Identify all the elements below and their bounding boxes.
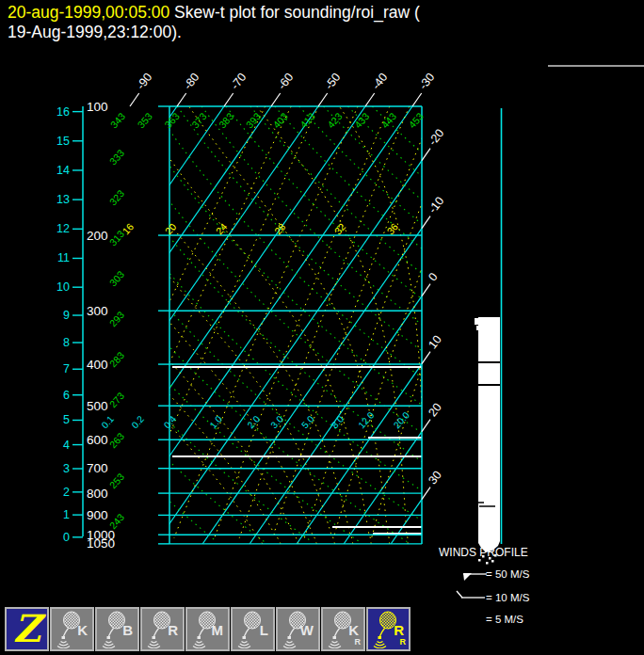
svg-text:30: 30: [426, 469, 444, 487]
svg-text:1.0: 1.0: [208, 413, 225, 430]
station-letter-subscript: R: [400, 637, 407, 647]
svg-text:8.0: 8.0: [330, 413, 346, 430]
svg-text:7: 7: [63, 362, 70, 375]
title-text: Skew-t plot for sounding/roi_raw (: [169, 3, 420, 22]
skewt-plot-canvas: 1002003004005006007008009001000105016151…: [0, 0, 644, 602]
wind-profile-column: [475, 66, 644, 565]
wind-barb-legend-icons: [457, 573, 487, 602]
svg-text:0: 0: [426, 270, 440, 283]
svg-text:12: 12: [56, 222, 70, 235]
legend-5ms-label: = 5 M/S: [486, 614, 523, 625]
toolbar-button-zeb-logo[interactable]: Z: [5, 607, 49, 651]
toolbar-button-sounding-b[interactable]: B: [95, 607, 139, 651]
svg-text:20: 20: [163, 221, 179, 237]
svg-text:-90: -90: [134, 71, 154, 92]
svg-text:-10: -10: [426, 195, 446, 216]
station-letter: L: [260, 623, 268, 637]
svg-text:253: 253: [107, 471, 127, 490]
legend-10ms-label: = 10 M/S: [486, 592, 529, 603]
svg-text:9: 9: [63, 309, 70, 322]
toolbar-button-sounding-r-r[interactable]: RR: [366, 607, 411, 651]
toolbar-button-sounding-l[interactable]: L: [231, 607, 275, 651]
svg-text:1: 1: [63, 508, 70, 521]
svg-text:293: 293: [107, 309, 127, 328]
svg-text:8: 8: [63, 336, 70, 349]
svg-text:0: 0: [63, 531, 70, 544]
svg-text:343: 343: [108, 110, 128, 130]
title-text-line2: 19-Aug-1999,23:12:00).: [8, 23, 182, 41]
svg-text:2: 2: [63, 486, 70, 499]
svg-text:393: 393: [244, 110, 264, 130]
svg-text:413: 413: [298, 110, 317, 130]
svg-text:24: 24: [214, 221, 230, 237]
station-letter: W: [300, 623, 314, 637]
title-timestamp: 20-aug-1999,00:05:00: [8, 3, 169, 22]
svg-text:10: 10: [426, 333, 444, 352]
svg-text:0.2: 0.2: [130, 413, 147, 430]
svg-text:13: 13: [56, 193, 70, 206]
page-title: 20-aug-1999,00:05:00 Skew-t plot for sou…: [8, 3, 629, 42]
svg-text:200: 200: [87, 229, 108, 243]
svg-text:5: 5: [63, 413, 70, 426]
svg-text:12.0: 12.0: [356, 409, 376, 430]
winds-profile-label: WINDS PROFILE: [439, 546, 528, 559]
toolbar-button-sounding-k-r[interactable]: KR: [321, 607, 365, 651]
wind-barb-50-icon: [463, 573, 472, 581]
station-letter: K: [77, 623, 88, 637]
svg-text:0.1: 0.1: [100, 413, 117, 430]
svg-text:10: 10: [56, 280, 70, 294]
svg-text:-50: -50: [322, 71, 343, 92]
svg-text:100: 100: [87, 100, 108, 114]
svg-text:273: 273: [107, 390, 127, 409]
skewt-axes: [72, 93, 430, 544]
skewt-grid: [0, 106, 644, 544]
svg-text:-70: -70: [228, 71, 249, 92]
svg-text:500: 500: [87, 399, 108, 413]
svg-text:700: 700: [87, 461, 108, 475]
svg-text:800: 800: [87, 487, 108, 501]
svg-text:403: 403: [270, 110, 290, 130]
svg-text:20: 20: [426, 401, 444, 420]
svg-text:600: 600: [87, 433, 108, 447]
svg-text:20.0: 20.0: [392, 409, 411, 430]
toolbar: ZKBRMLWKRRR: [5, 607, 411, 651]
toolbar-button-sounding-r[interactable]: R: [140, 607, 185, 651]
svg-text:263: 263: [107, 430, 127, 450]
svg-text:373: 373: [189, 110, 209, 130]
toolbar-button-sounding-k[interactable]: K: [50, 607, 94, 651]
legend-50ms-label: = 50 M/S: [486, 568, 529, 580]
svg-text:443: 443: [379, 110, 399, 130]
station-letter: R: [394, 623, 404, 637]
svg-text:333: 333: [107, 147, 127, 167]
svg-text:6: 6: [63, 389, 70, 402]
svg-text:-20: -20: [426, 127, 446, 149]
svg-text:14: 14: [56, 164, 70, 177]
station-letter-subscript: R: [355, 637, 362, 647]
svg-text:0.4: 0.4: [162, 413, 179, 430]
svg-text:3: 3: [63, 462, 70, 475]
svg-text:300: 300: [87, 304, 108, 318]
svg-text:353: 353: [135, 110, 154, 130]
zeb-logo-glyph: Z: [7, 607, 47, 647]
svg-text:323: 323: [107, 187, 127, 207]
toolbar-button-sounding-m[interactable]: M: [185, 607, 230, 651]
skewt-app-window: 1002003004005006007008009001000105016151…: [0, 0, 644, 655]
svg-text:900: 900: [87, 508, 108, 522]
svg-text:28: 28: [272, 221, 288, 237]
svg-text:-40: -40: [369, 71, 390, 92]
svg-text:11: 11: [57, 251, 70, 264]
toolbar-button-sounding-w[interactable]: W: [276, 607, 320, 651]
svg-text:453: 453: [406, 110, 426, 130]
wind-barb-10-icon: [457, 591, 462, 598]
svg-text:-60: -60: [275, 71, 296, 92]
svg-text:4: 4: [63, 439, 70, 452]
svg-text:2.0: 2.0: [246, 413, 263, 430]
svg-text:423: 423: [325, 110, 345, 130]
svg-text:363: 363: [162, 110, 182, 130]
svg-text:400: 400: [87, 358, 108, 372]
svg-text:5.0: 5.0: [299, 413, 316, 430]
station-letter: B: [122, 623, 133, 637]
svg-text:-80: -80: [181, 71, 201, 92]
svg-text:-30: -30: [416, 71, 437, 92]
station-letter: R: [168, 623, 178, 637]
